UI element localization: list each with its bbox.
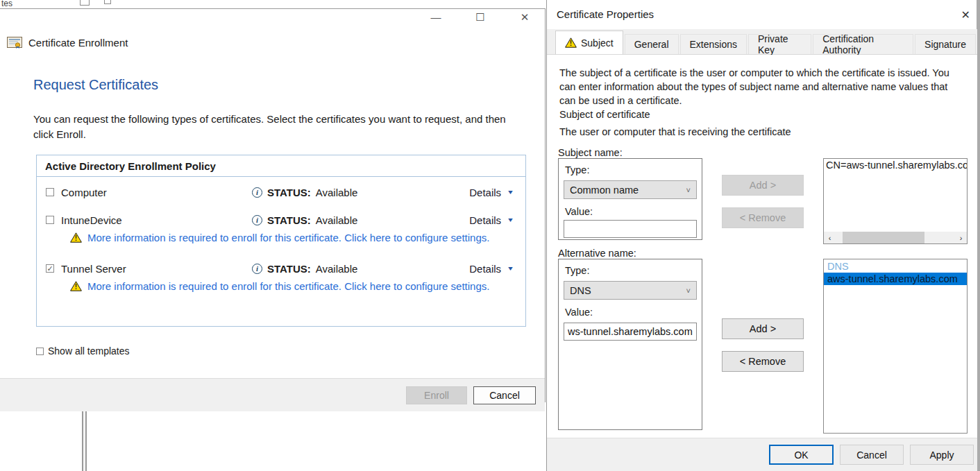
- status-value: Available: [316, 187, 358, 198]
- maximize-icon[interactable]: ☐: [471, 11, 489, 24]
- tab-extensions[interactable]: Extensions: [680, 34, 747, 54]
- enrollment-policy-panel: Active Directory Enrollment Policy Compu…: [36, 155, 526, 327]
- warning-row: ! More information is required to enroll…: [70, 279, 489, 293]
- value-label: Value:: [565, 307, 593, 318]
- svg-text:!: !: [570, 40, 572, 47]
- configure-settings-link[interactable]: More information is required to enroll f…: [87, 232, 489, 243]
- subject-value-input[interactable]: [564, 220, 697, 238]
- chevron-down-icon: ˅: [686, 186, 691, 194]
- certificate-properties-dialog: Certificate Properties ✕ ! Subject Gener…: [546, 0, 980, 471]
- intro-text: You can request the following types of c…: [33, 112, 519, 142]
- subject-description: The subject of a certificate is the user…: [559, 66, 966, 108]
- status-value: Available: [316, 214, 358, 226]
- show-all-templates[interactable]: Show all templates: [36, 345, 130, 357]
- type-label: Type:: [565, 164, 589, 175]
- subject-type-dropdown[interactable]: Common name ˅: [564, 180, 697, 199]
- window-controls: — ☐ ✕: [427, 11, 534, 24]
- details-expander[interactable]: Details ▼: [469, 187, 514, 198]
- chevron-down-icon: ▼: [507, 265, 514, 272]
- certificate-name: Computer: [61, 187, 252, 198]
- dialog-title: Certificate Properties: [557, 8, 654, 20]
- certificate-enrollment-window: — ☐ ✕ Certificate Enrollment Request Cer…: [0, 8, 546, 402]
- info-icon: i: [252, 264, 262, 274]
- tab-general[interactable]: General: [625, 34, 679, 54]
- tab-private-key[interactable]: Private Key: [748, 34, 811, 54]
- computer-checkbox[interactable]: [46, 188, 54, 196]
- table-row-intunedevice: IntuneDevice i STATUS: Available Details…: [37, 212, 525, 228]
- warning-icon: !: [70, 232, 82, 243]
- page-title: Request Certificates: [33, 77, 158, 93]
- status-label: STATUS:: [267, 187, 311, 198]
- subject-remove-button[interactable]: < Remove: [722, 207, 804, 228]
- intunedevice-checkbox[interactable]: [46, 216, 54, 224]
- subject-add-button[interactable]: Add >: [722, 175, 804, 196]
- background-window-fragment: [104, 0, 111, 4]
- alternative-type-dropdown[interactable]: DNS ˅: [564, 281, 697, 300]
- subject-subtext: The user or computer that is receiving t…: [559, 126, 791, 137]
- warning-icon: !: [70, 281, 82, 291]
- dialog-footer: OK Cancel Apply: [547, 438, 977, 471]
- chevron-down-icon: ▼: [507, 216, 514, 223]
- chevron-down-icon: ▼: [507, 189, 514, 196]
- minimize-icon[interactable]: —: [427, 11, 445, 24]
- policy-header: Active Directory Enrollment Policy: [37, 155, 525, 177]
- cancel-button[interactable]: Cancel: [840, 445, 904, 465]
- warning-row: ! More information is required to enroll…: [70, 230, 489, 244]
- list-item-selected[interactable]: aws-tunnel.sharemylabs.com: [824, 273, 967, 285]
- table-row-tunnel-server: Tunnel Server i STATUS: Available Detail…: [37, 261, 525, 276]
- chevron-down-icon: ˅: [686, 286, 691, 295]
- warning-icon: !: [565, 37, 577, 48]
- status-value: Available: [316, 263, 358, 275]
- tab-strip: ! Subject General Extensions Private Key…: [547, 29, 977, 55]
- subject-tab-page: The subject of a certificate is the user…: [547, 55, 977, 438]
- enroll-button[interactable]: Enroll: [406, 386, 467, 404]
- alternative-name-label: Alternative name:: [558, 248, 636, 259]
- tab-signature[interactable]: Signature: [915, 34, 976, 54]
- alternative-remove-button[interactable]: < Remove: [722, 351, 804, 372]
- certificate-name: Tunnel Server: [61, 263, 252, 275]
- value-label: Value:: [565, 206, 593, 217]
- svg-text:!: !: [75, 283, 77, 291]
- subject-name-list[interactable]: CN=aws-tunnel.sharemylabs.co ‹ ›: [823, 158, 968, 244]
- subject-of-certificate-label: Subject of certificate: [559, 109, 650, 120]
- show-all-templates-label: Show all templates: [48, 345, 130, 357]
- status-label: STATUS:: [267, 214, 311, 226]
- details-expander[interactable]: Details ▼: [469, 214, 514, 226]
- alternative-add-button[interactable]: Add >: [722, 318, 804, 339]
- enrollment-header-label: Certificate Enrollment: [28, 37, 128, 49]
- details-expander[interactable]: Details ▼: [469, 263, 514, 275]
- list-group-header: DNS: [824, 259, 967, 273]
- ok-button[interactable]: OK: [769, 445, 834, 465]
- list-item[interactable]: CN=aws-tunnel.sharemylabs.co: [824, 159, 967, 171]
- window-footer: Enroll Cancel: [0, 378, 545, 411]
- type-label: Type:: [565, 265, 589, 276]
- scroll-right-icon[interactable]: ›: [955, 234, 967, 242]
- status-label: STATUS:: [267, 263, 311, 275]
- horizontal-scrollbar[interactable]: ‹ ›: [824, 232, 967, 243]
- tab-subject[interactable]: ! Subject: [555, 31, 623, 54]
- close-icon[interactable]: ✕: [961, 8, 970, 22]
- info-icon: i: [252, 215, 262, 225]
- certificate-name: IntuneDevice: [61, 214, 252, 226]
- table-row-computer: Computer i STATUS: Available Details ▼: [37, 185, 525, 200]
- background-scrollbar-fragment: [82, 402, 87, 471]
- cancel-button[interactable]: Cancel: [473, 386, 536, 404]
- info-icon: i: [252, 187, 262, 198]
- close-icon[interactable]: ✕: [516, 11, 534, 24]
- scroll-left-icon[interactable]: ‹: [824, 234, 836, 242]
- apply-button[interactable]: Apply: [910, 445, 974, 465]
- background-window-fragment: [80, 0, 90, 6]
- screen: tes — ☐ ✕ Certificate Enrollment Req: [0, 0, 980, 471]
- subject-name-group: Type: Common name ˅ Value:: [558, 158, 702, 240]
- tunnel-server-checkbox[interactable]: [46, 264, 54, 273]
- alternative-name-list[interactable]: DNS aws-tunnel.sharemylabs.com: [823, 259, 968, 434]
- tab-certification-authority[interactable]: Certification Authority: [813, 34, 913, 54]
- configure-settings-link[interactable]: More information is required to enroll f…: [87, 280, 489, 292]
- certificate-icon: [7, 37, 22, 49]
- alternative-value-input[interactable]: [564, 323, 697, 341]
- background-window-text-fragment: tes: [1, 0, 12, 8]
- svg-text:!: !: [75, 234, 77, 242]
- show-all-templates-checkbox[interactable]: [36, 348, 44, 355]
- alternative-name-group: Type: DNS ˅ Value:: [558, 259, 702, 430]
- scrollbar-thumb[interactable]: [843, 232, 924, 243]
